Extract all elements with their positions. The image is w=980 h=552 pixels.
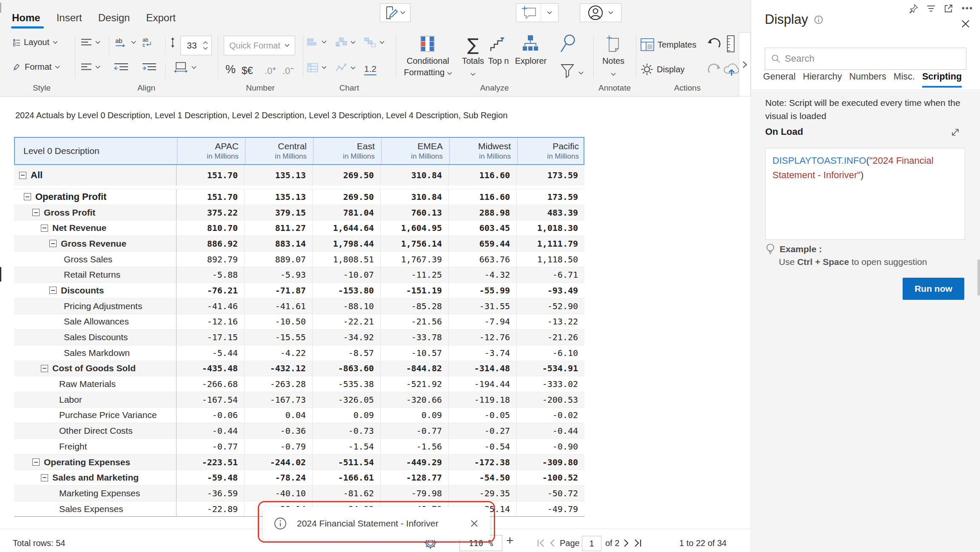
value-cell[interactable]: -0.05 [448,408,516,423]
conditional-formatting-icon[interactable] [420,36,435,52]
value-cell[interactable]: -320.66 [380,392,448,407]
value-cell[interactable]: -41.46 [176,299,244,314]
panel-close-icon[interactable] [960,19,971,29]
value-cell[interactable]: -5.44 [176,345,244,361]
value-cell[interactable]: -81.62 [312,486,380,501]
row-label[interactable]: Labor [14,392,176,407]
top-n-label[interactable]: Top n [482,56,515,66]
value-cell[interactable]: -151.19 [380,283,448,298]
row-label[interactable]: Cost of Goods Sold [14,361,176,376]
tab-export[interactable]: Export [146,12,175,24]
panel-info-icon[interactable] [814,15,823,24]
combo-chart-button[interactable] [335,37,356,48]
value-cell[interactable]: -12.16 [176,314,244,330]
value-cell[interactable]: -59.48 [176,470,244,485]
value-cell[interactable]: 310.84 [380,189,448,205]
value-cell[interactable]: 135.13 [244,165,312,185]
increase-indent-icon[interactable] [142,63,157,72]
top-n-icon[interactable] [489,37,506,52]
zoom-in-button[interactable]: + [506,533,514,548]
format-button[interactable]: Format [12,62,60,72]
value-cell[interactable]: -0.77 [380,423,448,438]
value-cell[interactable]: -22.89 [176,501,244,517]
value-cell[interactable]: 1,604.95 [380,220,448,236]
row-label[interactable]: Pricing Adjustments [14,299,176,314]
explorer-label[interactable]: Explorer [512,56,550,66]
tab-general[interactable]: General [763,71,796,88]
value-cell[interactable]: -7.94 [448,314,516,330]
horizontal-align-button[interactable] [81,63,100,71]
value-cell[interactable]: -266.68 [176,376,244,392]
value-cell[interactable]: -3.74 [448,345,516,361]
value-cell[interactable]: -15.55 [244,330,312,345]
row-label[interactable]: Net Revenue [14,220,176,236]
value-cell[interactable]: 269.50 [312,165,380,185]
script-editor[interactable]: DISPLAYTOAST.INFO("2024 Financial Statem… [765,148,965,240]
row-label[interactable]: Raw Materials [14,376,176,392]
value-cell[interactable]: -844.82 [380,361,448,376]
value-cell[interactable]: 173.59 [516,165,584,185]
value-cell[interactable]: 886.92 [176,236,244,251]
value-cell[interactable]: 173.59 [516,189,584,205]
value-cell[interactable]: 1,111.79 [516,236,584,251]
value-cell[interactable]: -128.77 [380,470,448,485]
prev-page-icon[interactable] [550,539,555,547]
value-cell[interactable]: -1.54 [312,439,380,454]
value-cell[interactable]: 116.60 [448,189,516,205]
value-cell[interactable]: 310.84 [380,165,448,185]
value-cell[interactable]: 663.76 [448,252,516,267]
value-cell[interactable]: 135.13 [244,189,312,205]
value-cell[interactable]: 1,644.64 [312,220,380,236]
value-cell[interactable]: -314.48 [448,361,516,376]
value-cell[interactable]: -10.57 [380,345,448,361]
value-cell[interactable]: -21.56 [380,314,448,330]
number-format-12-button[interactable]: 1.2 [364,64,376,75]
collapse-icon[interactable] [19,172,26,179]
row-label[interactable]: Sales and Marketing [14,470,176,485]
totals-icon[interactable]: ∑ [458,35,488,54]
value-cell[interactable]: -432.12 [244,361,312,376]
value-cell[interactable]: -11.25 [380,267,448,282]
quick-format-select[interactable]: Quick Format [224,36,295,55]
expand-editor-icon[interactable] [950,127,960,137]
run-now-button[interactable]: Run now [903,278,964,300]
value-cell[interactable]: -5.93 [244,267,312,282]
value-cell[interactable]: -36.59 [176,486,244,501]
value-cell[interactable]: -244.02 [244,455,312,470]
collapse-icon[interactable] [41,225,48,232]
value-cell[interactable]: -0.02 [516,408,584,423]
value-cell[interactable]: -0.54 [448,439,516,454]
explorer-icon[interactable] [522,35,538,52]
filter-lines-icon[interactable] [927,5,935,12]
layout-button[interactable]: Layout [13,37,58,47]
value-cell[interactable]: -4.22 [244,345,312,361]
row-label[interactable]: Operating Expenses [14,455,176,470]
row-label[interactable]: Sales Markdown [14,345,176,361]
value-cell[interactable]: -71.87 [244,283,312,298]
tab-hierarchy[interactable]: Hierarchy [803,71,842,88]
value-cell[interactable]: -54.50 [448,470,516,485]
value-cell[interactable]: 1,798.44 [312,236,380,251]
table-chart-button[interactable] [307,63,327,72]
value-cell[interactable]: -521.92 [380,376,448,392]
value-cell[interactable]: 269.50 [312,189,380,205]
ruler-icon[interactable] [726,35,736,53]
value-cell[interactable]: -167.54 [176,392,244,407]
value-cell[interactable]: -172.38 [448,455,516,470]
value-cell[interactable]: -5.88 [176,267,244,282]
row-label[interactable]: Gross Revenue [14,236,176,251]
pin-icon[interactable] [909,4,918,13]
notes-label[interactable]: Notes [595,56,632,78]
collapse-icon[interactable] [41,365,48,372]
display-button[interactable]: Display [641,63,685,76]
panel-scrollbar[interactable] [977,259,980,296]
value-cell[interactable]: -0.73 [312,423,380,438]
value-cell[interactable]: -12.76 [448,330,516,345]
value-cell[interactable]: -0.36 [244,423,312,438]
value-cell[interactable]: 1,118.50 [516,252,584,267]
collapse-icon[interactable] [32,209,40,216]
value-cell[interactable]: -17.15 [176,330,244,345]
tab-insert[interactable]: Insert [57,12,82,24]
header-column-emea[interactable]: EMEAin Millions [381,138,449,164]
value-cell[interactable]: -33.78 [380,330,448,345]
